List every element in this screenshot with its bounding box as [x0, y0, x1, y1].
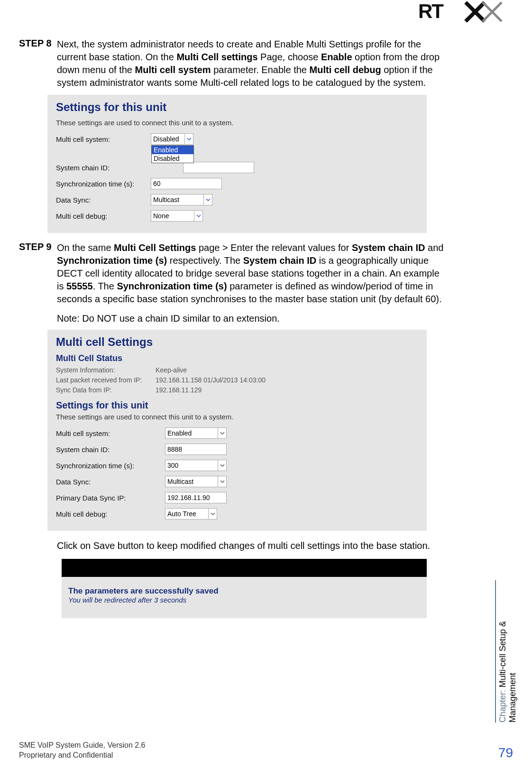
sync-time-input[interactable]: 60	[151, 178, 222, 189]
multi-cell-settings-panel: Multi cell Settings Multi Cell Status Sy…	[47, 330, 427, 531]
status-syncdata-label: Sync Data from IP:	[56, 385, 156, 395]
p2-multi-cell-system-select[interactable]: Enabled	[165, 427, 227, 439]
p2-multi-cell-debug-label: Multi cell debug:	[56, 510, 165, 518]
data-sync-value: Multicast	[153, 196, 179, 204]
after-panel2-text: Click on Save button to keep modified ch…	[57, 539, 446, 552]
panel2-desc: These settings are used to connect this …	[56, 413, 418, 421]
p2-sync-time-select[interactable]: 300	[165, 460, 227, 471]
header-logo: RT	[418, 0, 513, 26]
multi-cell-system-dropdown[interactable]: Enabled Disabled	[151, 145, 194, 163]
multi-cell-system-select[interactable]: Disabled Enabled Disabled	[151, 133, 193, 145]
status-lastpacket-value: 192.168.11.158 01/Jul/2013 14:03:00	[156, 375, 266, 385]
chevron-down-icon	[194, 211, 202, 221]
step8-text: Next, the system administrator needs to …	[57, 38, 446, 89]
p2-primary-sync-ip-label: Primary Data Sync IP:	[56, 494, 165, 502]
dropdown-option-disabled[interactable]: Disabled	[152, 154, 193, 163]
p2-sync-time-label: Synchronization time (s):	[56, 462, 165, 470]
multi-cell-system-label: Multi cell system:	[56, 135, 151, 143]
footer-confidential: Proprietary and Confidential	[19, 751, 146, 761]
sync-time-label: Synchronization time (s):	[56, 180, 151, 188]
multi-cell-debug-select[interactable]: None	[151, 210, 203, 222]
multi-cell-system-value: Disabled	[153, 135, 179, 143]
step8-label: STEP 8	[19, 38, 57, 49]
rtx-logo-icon: RT	[418, 0, 513, 24]
chevron-down-icon	[218, 460, 226, 471]
status-lastpacket-label: Last packet received from IP:	[56, 375, 156, 385]
status-sysinfo-label: System Information:	[56, 365, 156, 375]
p2-data-sync-value: Multicast	[167, 478, 193, 485]
chapter-side-label: Chapter: Multi-cell Setup & Management	[495, 580, 518, 723]
panel1-desc: These settings are used to connect this …	[56, 119, 418, 127]
chevron-down-icon	[184, 134, 193, 144]
p2-primary-sync-ip-value: 192.168.11.90	[167, 494, 210, 501]
system-chain-id-label: System chain ID:	[56, 164, 151, 172]
chevron-down-icon	[203, 195, 212, 205]
dropdown-option-enabled[interactable]: Enabled	[152, 146, 193, 154]
save-confirmation-panel: The parameters are successfully saved Yo…	[62, 559, 427, 618]
p2-system-chain-id-label: System chain ID:	[56, 445, 165, 454]
p2-sync-time-value: 300	[167, 462, 178, 469]
data-sync-select[interactable]: Multicast	[151, 194, 212, 205]
panel2-title: Multi cell Settings	[56, 335, 418, 349]
save-success-message: The parameters are successfully saved	[68, 586, 420, 596]
save-panel-header-bar	[62, 559, 427, 577]
p2-system-chain-id-input[interactable]: 8888	[165, 444, 227, 455]
page-number: 79	[498, 745, 513, 761]
settings-panel-1: Settings for this unit These settings ar…	[47, 95, 427, 233]
save-redirect-message: You will be redirected after 3 seconds	[68, 596, 420, 604]
p2-multi-cell-system-label: Multi cell system:	[56, 429, 165, 437]
footer-guide-title: SME VoIP System Guide, Version 2.6	[19, 741, 146, 751]
multi-cell-debug-value: None	[153, 212, 169, 220]
multi-cell-debug-label: Multi cell debug:	[56, 212, 151, 220]
chevron-down-icon	[208, 509, 217, 519]
svg-text:RT: RT	[418, 0, 444, 22]
p2-multi-cell-debug-value: Auto Tree	[167, 510, 196, 518]
sync-time-value: 60	[153, 180, 161, 187]
p2-data-sync-label: Data Sync:	[56, 478, 165, 486]
chevron-down-icon	[218, 476, 226, 487]
p2-system-chain-id-value: 8888	[167, 445, 182, 453]
chevron-down-icon	[218, 428, 226, 438]
status-sysinfo-value: Keep-alive	[156, 365, 187, 375]
data-sync-label: Data Sync:	[56, 196, 151, 204]
panel1-title: Settings for this unit	[56, 101, 418, 114]
p2-data-sync-select[interactable]: Multicast	[165, 476, 227, 487]
panel2-settings-title: Settings for this unit	[56, 400, 418, 411]
step9-note: Note: Do NOT use a chain ID similar to a…	[57, 312, 446, 325]
p2-multi-cell-system-value: Enabled	[167, 429, 192, 437]
step9-label: STEP 9	[19, 241, 57, 252]
p2-primary-sync-ip-input[interactable]: 192.168.11.90	[165, 492, 227, 503]
page-footer: SME VoIP System Guide, Version 2.6 Propr…	[19, 741, 513, 761]
step9-text: On the same Multi Cell Settings page > E…	[57, 241, 446, 306]
panel2-status-title: Multi Cell Status	[56, 353, 418, 363]
system-chain-id-input[interactable]	[183, 162, 254, 173]
status-syncdata-value: 192.168.11.129	[156, 385, 202, 395]
p2-multi-cell-debug-select[interactable]: Auto Tree	[165, 508, 217, 520]
